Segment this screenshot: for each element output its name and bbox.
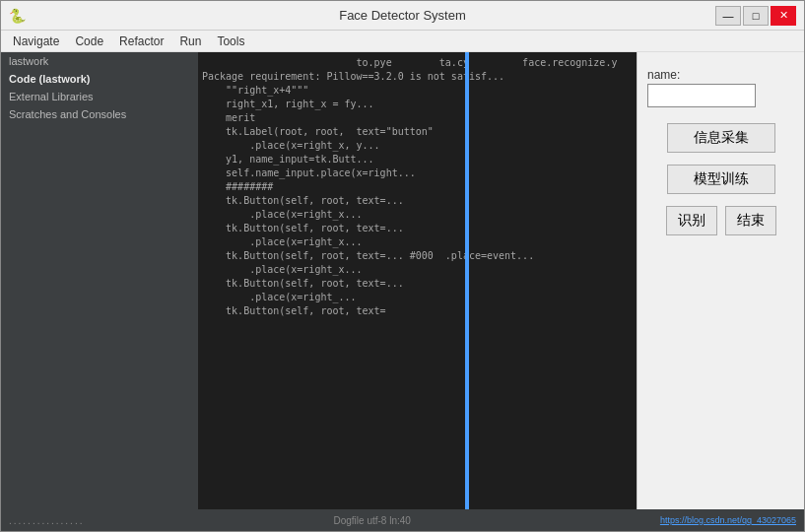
status-left: ................ [9,515,84,526]
app-icon: 🐍 [9,8,26,24]
menu-refactor[interactable]: Refactor [111,33,171,50]
scroll-accent [465,52,469,509]
sidebar-item-external[interactable]: External Libraries [1,88,198,105]
status-dots: ................ [9,515,84,526]
train-button[interactable]: 模型训练 [667,165,775,194]
maximize-button[interactable]: □ [743,6,769,26]
status-bar: ................ Dogfile utf-8 ln:40 htt… [1,509,804,531]
sidebar-item-code[interactable]: Code (lastwork) [1,70,198,88]
name-label: name: [647,68,680,82]
collect-button[interactable]: 信息采集 [667,123,775,153]
content-area: lastwork Code (lastwork) External Librar… [1,52,804,509]
menu-bar: Navigate Code Refactor Run Tools [1,31,804,52]
sidebar-item-lastwork[interactable]: lastwork [1,52,198,70]
window-title: Face Detector System [339,8,466,23]
code-editor[interactable]: to.pye ta.cy face.recognize.yPackage req… [198,52,637,509]
sidebar-item-scratches[interactable]: Scratches and Consoles [1,105,198,123]
left-sidebar: lastwork Code (lastwork) External Librar… [1,52,198,509]
minimize-button[interactable]: — [715,6,741,26]
menu-navigate[interactable]: Navigate [5,33,67,50]
end-button[interactable]: 结束 [725,206,776,235]
action-button-row: 识别 结束 [666,206,776,235]
name-input-group: name: [647,68,794,107]
close-button[interactable]: ✕ [771,6,796,26]
recognize-button[interactable]: 识别 [666,206,717,235]
name-input[interactable] [647,84,756,107]
menu-code[interactable]: Code [67,33,111,50]
menu-tools[interactable]: Tools [209,33,252,50]
right-panel: name: 信息采集 模型训练 识别 结束 [637,52,804,509]
status-center: Dogfile utf-8 ln:40 [333,515,410,526]
window-controls: — □ ✕ [715,6,796,26]
status-link[interactable]: https://blog.csdn.net/qq_43027065 [660,515,796,525]
menu-run[interactable]: Run [171,33,209,50]
main-code-area: to.pye ta.cy face.recognize.yPackage req… [198,52,637,509]
title-bar: 🐍 Face Detector System — □ ✕ [1,1,804,31]
main-window: 🐍 Face Detector System — □ ✕ Navigate Co… [0,0,805,532]
